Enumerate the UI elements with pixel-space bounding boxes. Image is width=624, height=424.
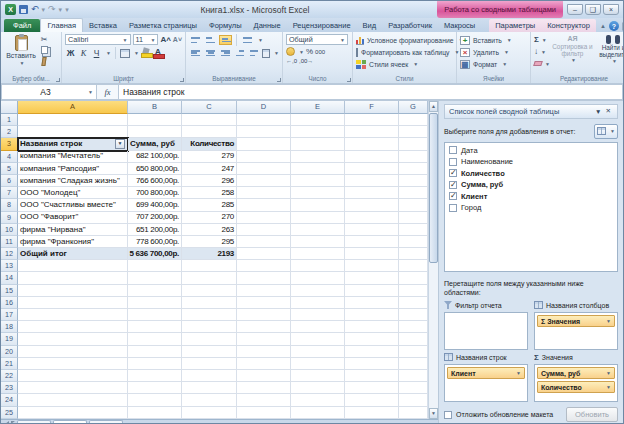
cell-A8[interactable]: ООО "Счастливы вместе" <box>18 199 128 211</box>
col-header-C[interactable]: C <box>182 101 237 114</box>
autosum-button[interactable]: Σ▼ <box>534 34 550 45</box>
cell-A11[interactable]: фирма "Франкония" <box>18 236 128 248</box>
cell-F7[interactable] <box>345 187 399 199</box>
cell-F17[interactable] <box>345 309 399 321</box>
ribbon-styles-item-2[interactable]: Стили ячеек▼ <box>356 58 453 70</box>
qat-customize-icon[interactable]: ▾ <box>65 6 69 14</box>
cell-C22[interactable] <box>182 370 237 382</box>
align-top-button[interactable] <box>189 35 202 45</box>
italic-button[interactable]: К <box>78 48 89 58</box>
cell-E14[interactable] <box>291 272 345 284</box>
cell-B22[interactable] <box>128 370 182 382</box>
cell-E13[interactable] <box>291 260 345 272</box>
cell-E22[interactable] <box>291 370 345 382</box>
col-header-F[interactable]: F <box>345 101 399 114</box>
borders-button[interactable] <box>120 49 130 58</box>
cell-G17[interactable] <box>399 309 428 321</box>
save-icon[interactable] <box>19 5 28 14</box>
cell-D2[interactable] <box>237 126 291 138</box>
row-header-22[interactable]: 22 <box>1 370 18 382</box>
cell-F16[interactable] <box>345 297 399 309</box>
cell-G5[interactable] <box>399 163 428 175</box>
tab-Рецензирование[interactable]: Рецензирование <box>287 19 357 32</box>
cell-F23[interactable] <box>345 382 399 394</box>
row-header-10[interactable]: 10 <box>1 224 18 236</box>
row-header-3[interactable]: 3 <box>1 138 18 150</box>
tab-Вид[interactable]: Вид <box>357 19 383 32</box>
ribbon-cells-item-1[interactable]: ×Удалить▼ <box>460 46 527 58</box>
cell-C9[interactable]: 270 <box>182 212 237 224</box>
cell-E5[interactable] <box>291 163 345 175</box>
field-item-Количество[interactable]: Количество <box>449 169 613 178</box>
tab-Данные[interactable]: Данные <box>248 19 287 32</box>
row-header-20[interactable]: 20 <box>1 346 18 358</box>
cell-F5[interactable] <box>345 163 399 175</box>
cell-F2[interactable] <box>345 126 399 138</box>
vertical-scrollbar[interactable]: ▲ ▼ <box>428 101 438 419</box>
cell-C12[interactable]: 2193 <box>182 248 237 260</box>
ribbon-styles-item-0[interactable]: Условное форматирование▼ <box>356 34 453 46</box>
cell-C10[interactable]: 263 <box>182 224 237 236</box>
cell-B12[interactable]: 5 636 700,00р. <box>128 248 182 260</box>
cell-B5[interactable]: 650 800,00р. <box>128 163 182 175</box>
cell-D20[interactable] <box>237 346 291 358</box>
cell-D7[interactable] <box>237 187 291 199</box>
decrease-decimal-button[interactable]: ,00→ <box>299 58 313 64</box>
row-header-6[interactable]: 6 <box>1 175 18 187</box>
row-header-17[interactable]: 17 <box>1 309 18 321</box>
cell-D24[interactable] <box>237 394 291 406</box>
row-header-7[interactable]: 7 <box>1 187 18 199</box>
cell-B6[interactable]: 766 600,00р. <box>128 175 182 187</box>
cell-A4[interactable]: компания "Мечтатель" <box>18 151 128 163</box>
row-header-25[interactable]: 25 <box>1 407 18 419</box>
cell-G18[interactable] <box>399 321 428 333</box>
field-item-Город[interactable]: Город <box>449 203 613 212</box>
cell-C11[interactable]: 295 <box>182 236 237 248</box>
field-checkbox[interactable] <box>449 158 457 166</box>
cell-B11[interactable]: 778 600,00р. <box>128 236 182 248</box>
cell-E21[interactable] <box>291 358 345 370</box>
row-header-16[interactable]: 16 <box>1 297 18 309</box>
row-header-19[interactable]: 19 <box>1 333 18 345</box>
col-header-E[interactable]: E <box>291 101 345 114</box>
font-name-combo[interactable]: Calibri▼ <box>65 34 131 45</box>
dialog-launcher-icon[interactable] <box>180 78 184 82</box>
cell-E15[interactable] <box>291 285 345 297</box>
align-bottom-button[interactable] <box>219 35 232 45</box>
cell-G4[interactable] <box>399 151 428 163</box>
cell-B10[interactable]: 651 200,00р. <box>128 224 182 236</box>
cell-A12[interactable]: Общий итог <box>18 248 128 260</box>
cell-C13[interactable] <box>182 260 237 272</box>
cell-E7[interactable] <box>291 187 345 199</box>
ribbon-cells-item-2[interactable]: ▦Формат▼ <box>460 58 527 70</box>
cell-C25[interactable] <box>182 407 237 419</box>
copy-icon[interactable] <box>38 45 50 55</box>
cell-F21[interactable] <box>345 358 399 370</box>
cell-F15[interactable] <box>345 285 399 297</box>
minimize-ribbon-icon[interactable]: ▲ <box>600 23 606 29</box>
cell-D18[interactable] <box>237 321 291 333</box>
align-left-button[interactable] <box>189 48 202 58</box>
cell-D12[interactable] <box>237 248 291 260</box>
cell-B1[interactable] <box>128 114 182 126</box>
filter-area-box[interactable] <box>444 312 528 350</box>
increase-indent-button[interactable] <box>248 48 260 58</box>
cell-B4[interactable]: 682 100,00р. <box>128 151 182 163</box>
row-header-12[interactable]: 12 <box>1 248 18 260</box>
cell-E10[interactable] <box>291 224 345 236</box>
orientation-button[interactable] <box>241 35 254 45</box>
cell-G12[interactable] <box>399 248 428 260</box>
fill-button[interactable]: ↓▼ <box>534 46 550 57</box>
cell-D3[interactable] <box>237 138 291 150</box>
cell-F14[interactable] <box>345 272 399 284</box>
row-header-18[interactable]: 18 <box>1 321 18 333</box>
scrollbar-thumb[interactable] <box>429 113 438 263</box>
fx-icon[interactable]: fx <box>97 84 119 100</box>
cell-A20[interactable] <box>18 346 128 358</box>
pane-layout-button[interactable]: ▼ <box>594 124 618 139</box>
excel-logo-icon[interactable]: X <box>5 4 16 15</box>
cell-E23[interactable] <box>291 382 345 394</box>
dialog-launcher-icon[interactable] <box>56 78 60 82</box>
cell-F3[interactable] <box>345 138 399 150</box>
cell-A19[interactable] <box>18 333 128 345</box>
